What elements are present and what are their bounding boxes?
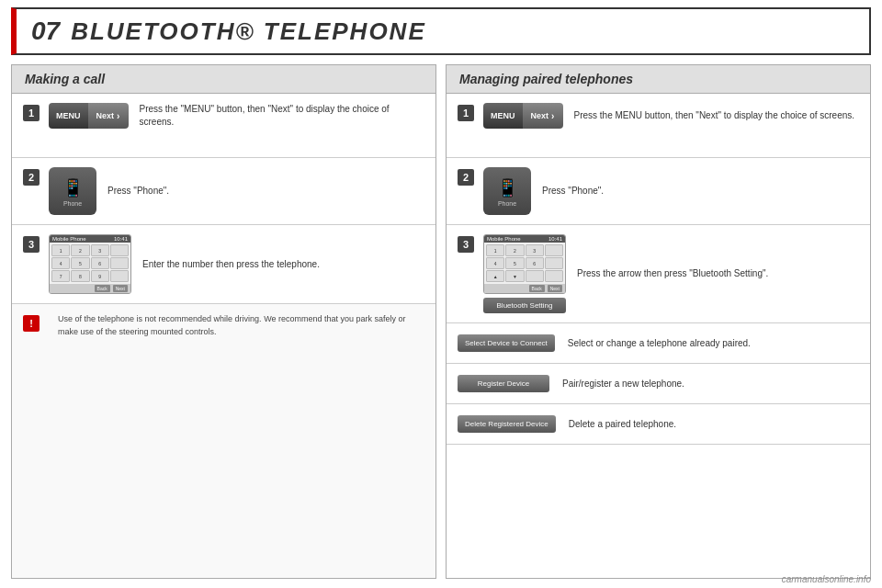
key-2: 2 bbox=[71, 244, 89, 256]
key-11: 9 bbox=[91, 270, 109, 282]
chevron-icon-left: › bbox=[117, 111, 119, 121]
r-key-11 bbox=[526, 270, 544, 282]
menu-next-group-right: MENU Next › bbox=[483, 103, 563, 129]
phone-icon-left: 📱 Phone bbox=[49, 167, 96, 215]
r-key-7: 6 bbox=[526, 257, 544, 269]
left-step-2-text: Press "Phone". bbox=[107, 185, 169, 198]
r-key-10: ▼ bbox=[505, 270, 524, 282]
left-step-2-content: 📱 Phone Press "Phone". bbox=[49, 167, 424, 215]
left-step-1-text: Press the "MENU" button, then "Next" to … bbox=[140, 103, 425, 129]
left-step-2: 2 📱 Phone Press "Phone". bbox=[12, 158, 435, 225]
right-step-2-content: 📱 Phone Press "Phone". bbox=[483, 167, 859, 215]
right-panel-title: Managing paired telephones bbox=[459, 72, 633, 86]
right-step-1-content: MENU Next › Press the MENU button, then … bbox=[483, 103, 859, 129]
action-row-1: Select Device to Connect Select or chang… bbox=[447, 323, 870, 364]
r-key-12 bbox=[545, 270, 563, 282]
step-number-2: 2 bbox=[23, 169, 40, 186]
phone-label-left: Phone bbox=[63, 200, 82, 207]
left-panel-header: Making a call bbox=[12, 65, 435, 94]
left-panel-title: Making a call bbox=[25, 72, 105, 86]
right-step-3: 3 Mobile Phone 10:41 1 2 3 bbox=[447, 225, 870, 323]
action-row-2: Register Device Pair/register a new tele… bbox=[447, 364, 870, 404]
footer-url: carmanualsonline.info bbox=[782, 574, 871, 584]
mobile-screen-body-left: 1 2 3 4 5 6 7 8 9 bbox=[50, 243, 130, 284]
next-btn-small: Next bbox=[113, 285, 128, 292]
step-number-3-left: 3 bbox=[23, 236, 40, 253]
right-panel-body: 1 MENU Next › Press the MENU button, the… bbox=[447, 94, 870, 578]
key-10: 8 bbox=[71, 270, 89, 282]
back-btn: Back bbox=[95, 285, 110, 292]
right-step-1: 1 MENU Next › Press the MENU button, the… bbox=[447, 94, 870, 158]
left-step-3-text: Enter the number then press the telephon… bbox=[142, 258, 320, 271]
right-step-1-text: Press the MENU button, then "Next" to di… bbox=[574, 109, 855, 122]
menu-next-group-left: MENU Next › bbox=[49, 103, 129, 129]
r-next-btn-small: Next bbox=[548, 285, 562, 292]
r-key-8 bbox=[545, 257, 563, 269]
mobile-bt-group: Mobile Phone 10:41 1 2 3 4 5 6 bbox=[483, 234, 566, 313]
select-device-button[interactable]: Select Device to Connect bbox=[458, 334, 555, 352]
mobile-screen-header-left: Mobile Phone 10:41 bbox=[50, 235, 130, 243]
left-warning: ! Use of the telephone is not recommende… bbox=[12, 304, 435, 578]
r-key-5: 4 bbox=[486, 257, 504, 269]
chapter-number: 07 bbox=[31, 17, 60, 46]
mobile-screen-footer-right: Back Next bbox=[484, 284, 565, 293]
r-key-1: 1 bbox=[486, 244, 504, 256]
phone-symbol-right: 📱 bbox=[496, 176, 519, 198]
register-device-button[interactable]: Register Device bbox=[458, 375, 549, 392]
action-row-3: Delete Registered Device Delete a paired… bbox=[447, 404, 870, 445]
left-panel: Making a call 1 MENU Next › Press the "M… bbox=[11, 64, 436, 579]
key-7: 6 bbox=[91, 257, 109, 269]
r-key-2: 2 bbox=[505, 244, 524, 256]
register-device-text: Pair/register a new telephone. bbox=[562, 379, 684, 389]
chevron-icon-right: › bbox=[551, 111, 554, 121]
menu-button-left[interactable]: MENU bbox=[49, 103, 88, 129]
left-step-1: 1 MENU Next › Press the "MENU" button, t… bbox=[12, 94, 435, 158]
next-button-right[interactable]: Next › bbox=[523, 103, 563, 129]
mobile-screen-left: Mobile Phone 10:41 1 2 3 4 5 6 7 bbox=[49, 234, 131, 294]
r-key-3: 3 bbox=[526, 244, 544, 256]
r-key-6: 5 bbox=[505, 257, 524, 269]
mobile-screen-header-right: Mobile Phone 10:41 bbox=[484, 235, 565, 243]
main-content: Making a call 1 MENU Next › Press the "M… bbox=[11, 64, 871, 579]
right-panel-header: Managing paired telephones bbox=[447, 65, 870, 94]
key-4 bbox=[110, 244, 129, 256]
right-step-number-1: 1 bbox=[458, 105, 474, 121]
key-3: 3 bbox=[91, 244, 109, 256]
bluetooth-setting-box[interactable]: Bluetooth Setting bbox=[483, 298, 566, 313]
select-device-text: Select or change a telephone already pai… bbox=[568, 338, 751, 348]
mobile-screen-footer-left: Back Next bbox=[50, 284, 130, 293]
next-button-left[interactable]: Next › bbox=[88, 103, 129, 129]
right-step-3-content: Mobile Phone 10:41 1 2 3 4 5 6 bbox=[483, 234, 859, 313]
delete-device-button[interactable]: Delete Registered Device bbox=[458, 415, 556, 433]
key-5: 4 bbox=[51, 257, 70, 269]
left-step-1-content: MENU Next › Press the "MENU" button, the… bbox=[49, 103, 424, 129]
mobile-screen-body-right: 1 2 3 4 5 6 ▲ ▼ bbox=[484, 243, 565, 284]
delete-device-text: Delete a paired telephone. bbox=[569, 419, 676, 429]
key-8 bbox=[110, 257, 129, 269]
right-step-number-2: 2 bbox=[458, 169, 474, 186]
key-12 bbox=[110, 270, 129, 282]
chapter-title: BLUETOOTH® TELEPHONE bbox=[71, 17, 426, 46]
right-step-number-3: 3 bbox=[458, 236, 474, 253]
key-9: 7 bbox=[51, 270, 70, 282]
r-key-9: ▲ bbox=[486, 270, 504, 282]
left-step-3: 3 Mobile Phone 10:41 1 2 3 4 bbox=[12, 225, 435, 304]
left-step-3-content: Mobile Phone 10:41 1 2 3 4 5 6 7 bbox=[49, 234, 424, 294]
r-key-4 bbox=[545, 244, 563, 256]
right-step-3-text: Press the arrow then press "Bluetooth Se… bbox=[577, 267, 768, 280]
menu-button-right[interactable]: MENU bbox=[483, 103, 523, 129]
key-6: 5 bbox=[71, 257, 89, 269]
page-header: 07 BLUETOOTH® TELEPHONE bbox=[11, 7, 871, 55]
phone-symbol-left: 📱 bbox=[62, 176, 85, 198]
right-step-2: 2 📱 Phone Press "Phone". bbox=[447, 158, 870, 225]
r-back-btn: Back bbox=[529, 285, 545, 292]
warning-icon: ! bbox=[23, 315, 40, 332]
mobile-screen-right: Mobile Phone 10:41 1 2 3 4 5 6 bbox=[483, 234, 566, 294]
key-1: 1 bbox=[51, 244, 70, 256]
right-step-2-text: Press "Phone". bbox=[542, 185, 604, 198]
phone-icon-right: 📱 Phone bbox=[483, 167, 531, 215]
left-panel-body: 1 MENU Next › Press the "MENU" button, t… bbox=[12, 94, 435, 578]
warning-text: Use of the telephone is not recommended … bbox=[58, 313, 424, 569]
phone-label-right: Phone bbox=[498, 200, 516, 207]
step-number-1: 1 bbox=[23, 105, 40, 121]
